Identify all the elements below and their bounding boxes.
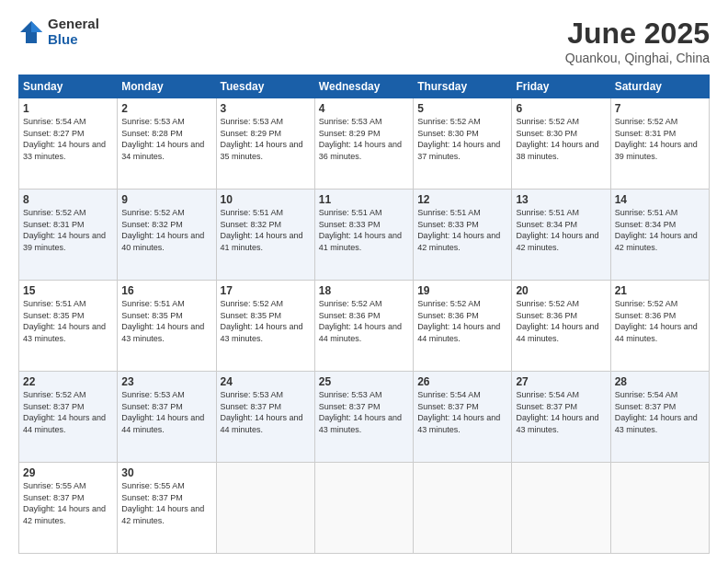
- day-info: Sunrise: 5:51 AMSunset: 8:33 PMDaylight:…: [417, 208, 500, 252]
- day-info: Sunrise: 5:52 AMSunset: 8:30 PMDaylight:…: [417, 117, 500, 161]
- day-number: 17: [221, 284, 311, 297]
- table-row: 10 Sunrise: 5:51 AMSunset: 8:32 PMDaylig…: [216, 190, 314, 281]
- day-info: Sunrise: 5:55 AMSunset: 8:37 PMDaylight:…: [121, 481, 204, 525]
- day-info: Sunrise: 5:53 AMSunset: 8:37 PMDaylight:…: [221, 390, 303, 434]
- day-number: 8: [23, 193, 113, 206]
- day-info: Sunrise: 5:54 AMSunset: 8:37 PMDaylight:…: [516, 390, 598, 434]
- header-sunday: Sunday: [19, 75, 118, 98]
- header-thursday: Thursday: [414, 75, 512, 98]
- table-row: 20 Sunrise: 5:52 AMSunset: 8:36 PMDaylig…: [512, 281, 610, 372]
- subtitle: Quankou, Qinghai, China: [565, 51, 710, 65]
- day-info: Sunrise: 5:53 AMSunset: 8:37 PMDaylight:…: [121, 390, 204, 434]
- header-wednesday: Wednesday: [314, 75, 413, 98]
- table-row: 24 Sunrise: 5:53 AMSunset: 8:37 PMDaylig…: [216, 372, 314, 463]
- title-section: June 2025 Quankou, Qinghai, China: [565, 17, 710, 65]
- logo: General Blue: [18, 17, 99, 47]
- calendar-header: Sunday Monday Tuesday Wednesday Thursday…: [19, 75, 710, 98]
- day-info: Sunrise: 5:53 AMSunset: 8:28 PMDaylight:…: [121, 117, 204, 161]
- calendar-row: 1 Sunrise: 5:54 AMSunset: 8:27 PMDayligh…: [19, 98, 710, 190]
- day-number: 25: [319, 375, 409, 388]
- day-number: 24: [221, 375, 311, 388]
- main-title: June 2025: [565, 17, 710, 51]
- day-info: Sunrise: 5:52 AMSunset: 8:36 PMDaylight:…: [615, 299, 698, 343]
- table-row: 15 Sunrise: 5:51 AMSunset: 8:35 PMDaylig…: [19, 281, 118, 372]
- header-monday: Monday: [118, 75, 216, 98]
- logo-general: General: [48, 17, 99, 32]
- table-row: [414, 463, 512, 554]
- day-info: Sunrise: 5:52 AMSunset: 8:36 PMDaylight:…: [319, 299, 402, 343]
- table-row: 28 Sunrise: 5:54 AMSunset: 8:37 PMDaylig…: [610, 372, 709, 463]
- table-row: 2 Sunrise: 5:53 AMSunset: 8:28 PMDayligh…: [118, 98, 216, 190]
- calendar: Sunday Monday Tuesday Wednesday Thursday…: [18, 75, 710, 554]
- table-row: 30 Sunrise: 5:55 AMSunset: 8:37 PMDaylig…: [118, 463, 216, 554]
- day-number: 12: [417, 193, 507, 206]
- day-info: Sunrise: 5:55 AMSunset: 8:37 PMDaylight:…: [23, 481, 106, 525]
- day-info: Sunrise: 5:52 AMSunset: 8:35 PMDaylight:…: [221, 299, 303, 343]
- calendar-row: 8 Sunrise: 5:52 AMSunset: 8:31 PMDayligh…: [19, 190, 710, 281]
- day-number: 9: [121, 193, 211, 206]
- day-number: 23: [121, 375, 211, 388]
- logo-blue: Blue: [48, 32, 99, 48]
- calendar-body: 1 Sunrise: 5:54 AMSunset: 8:27 PMDayligh…: [19, 98, 710, 554]
- day-number: 21: [615, 284, 705, 297]
- day-number: 13: [516, 193, 606, 206]
- day-info: Sunrise: 5:51 AMSunset: 8:34 PMDaylight:…: [615, 208, 698, 252]
- day-number: 1: [23, 102, 113, 115]
- day-number: 30: [121, 466, 211, 479]
- table-row: 25 Sunrise: 5:53 AMSunset: 8:37 PMDaylig…: [314, 372, 413, 463]
- day-number: 16: [121, 284, 211, 297]
- table-row: 11 Sunrise: 5:51 AMSunset: 8:33 PMDaylig…: [314, 190, 413, 281]
- table-row: 8 Sunrise: 5:52 AMSunset: 8:31 PMDayligh…: [19, 190, 118, 281]
- day-info: Sunrise: 5:52 AMSunset: 8:37 PMDaylight:…: [23, 390, 106, 434]
- day-number: 6: [516, 102, 606, 115]
- day-info: Sunrise: 5:51 AMSunset: 8:33 PMDaylight:…: [319, 208, 402, 252]
- table-row: 14 Sunrise: 5:51 AMSunset: 8:34 PMDaylig…: [610, 190, 709, 281]
- table-row: 7 Sunrise: 5:52 AMSunset: 8:31 PMDayligh…: [610, 98, 709, 190]
- table-row: 6 Sunrise: 5:52 AMSunset: 8:30 PMDayligh…: [512, 98, 610, 190]
- day-info: Sunrise: 5:51 AMSunset: 8:32 PMDaylight:…: [221, 208, 303, 252]
- day-number: 11: [319, 193, 409, 206]
- table-row: [216, 463, 314, 554]
- day-number: 14: [615, 193, 705, 206]
- day-number: 26: [417, 375, 507, 388]
- page: General Blue June 2025 Quankou, Qinghai,…: [0, 0, 728, 563]
- table-row: [512, 463, 610, 554]
- day-number: 22: [23, 375, 113, 388]
- table-row: 13 Sunrise: 5:51 AMSunset: 8:34 PMDaylig…: [512, 190, 610, 281]
- day-info: Sunrise: 5:51 AMSunset: 8:35 PMDaylight:…: [121, 299, 204, 343]
- logo-text: General Blue: [48, 17, 99, 47]
- table-row: 26 Sunrise: 5:54 AMSunset: 8:37 PMDaylig…: [414, 372, 512, 463]
- day-info: Sunrise: 5:52 AMSunset: 8:31 PMDaylight:…: [23, 208, 106, 252]
- day-info: Sunrise: 5:52 AMSunset: 8:31 PMDaylight:…: [615, 117, 698, 161]
- logo-icon: [18, 19, 44, 45]
- header-tuesday: Tuesday: [216, 75, 314, 98]
- day-info: Sunrise: 5:52 AMSunset: 8:32 PMDaylight:…: [121, 208, 204, 252]
- calendar-row: 29 Sunrise: 5:55 AMSunset: 8:37 PMDaylig…: [19, 463, 710, 554]
- day-number: 15: [23, 284, 113, 297]
- top-section: General Blue June 2025 Quankou, Qinghai,…: [18, 17, 710, 65]
- table-row: 5 Sunrise: 5:52 AMSunset: 8:30 PMDayligh…: [414, 98, 512, 190]
- table-row: 16 Sunrise: 5:51 AMSunset: 8:35 PMDaylig…: [118, 281, 216, 372]
- table-row: [610, 463, 709, 554]
- table-row: 21 Sunrise: 5:52 AMSunset: 8:36 PMDaylig…: [610, 281, 709, 372]
- header-saturday: Saturday: [610, 75, 709, 98]
- day-info: Sunrise: 5:52 AMSunset: 8:36 PMDaylight:…: [417, 299, 500, 343]
- table-row: [314, 463, 413, 554]
- table-row: 9 Sunrise: 5:52 AMSunset: 8:32 PMDayligh…: [118, 190, 216, 281]
- header-row: Sunday Monday Tuesday Wednesday Thursday…: [19, 75, 710, 98]
- day-number: 4: [319, 102, 409, 115]
- table-row: 29 Sunrise: 5:55 AMSunset: 8:37 PMDaylig…: [19, 463, 118, 554]
- day-number: 5: [417, 102, 507, 115]
- table-row: 19 Sunrise: 5:52 AMSunset: 8:36 PMDaylig…: [414, 281, 512, 372]
- day-number: 10: [221, 193, 311, 206]
- calendar-row: 22 Sunrise: 5:52 AMSunset: 8:37 PMDaylig…: [19, 372, 710, 463]
- day-info: Sunrise: 5:53 AMSunset: 8:37 PMDaylight:…: [319, 390, 402, 434]
- table-row: 17 Sunrise: 5:52 AMSunset: 8:35 PMDaylig…: [216, 281, 314, 372]
- day-info: Sunrise: 5:51 AMSunset: 8:35 PMDaylight:…: [23, 299, 106, 343]
- day-info: Sunrise: 5:52 AMSunset: 8:30 PMDaylight:…: [516, 117, 598, 161]
- day-number: 20: [516, 284, 606, 297]
- svg-marker-1: [31, 21, 42, 32]
- day-info: Sunrise: 5:53 AMSunset: 8:29 PMDaylight:…: [221, 117, 303, 161]
- day-info: Sunrise: 5:51 AMSunset: 8:34 PMDaylight:…: [516, 208, 598, 252]
- table-row: 12 Sunrise: 5:51 AMSunset: 8:33 PMDaylig…: [414, 190, 512, 281]
